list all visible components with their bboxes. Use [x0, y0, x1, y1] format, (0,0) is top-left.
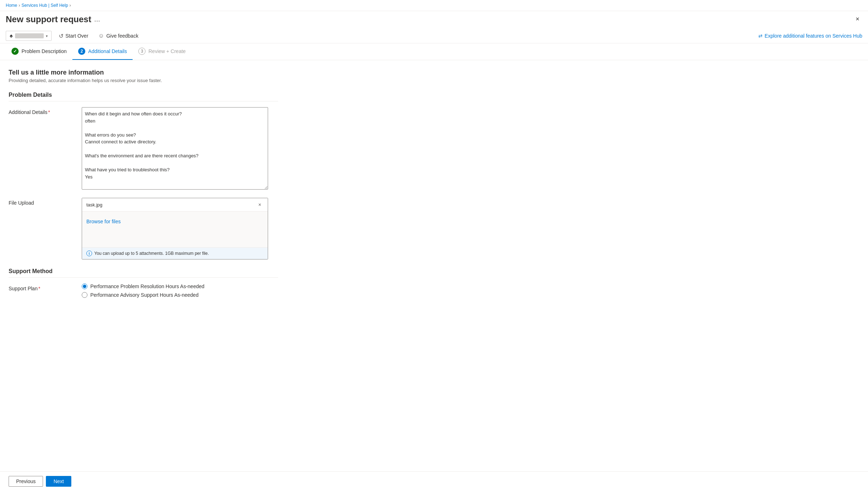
support-plan-required: *: [38, 286, 40, 291]
toolbar-right: ⇄ Explore additional features on Service…: [758, 33, 862, 39]
section-title: Tell us a little more information: [9, 69, 278, 76]
give-feedback-button[interactable]: ☺ Give feedback: [95, 31, 141, 40]
breadcrumb-sep-1: ›: [19, 3, 20, 8]
support-method-section: Support Method Support Plan* Performance…: [9, 268, 278, 301]
file-upload-row: File Upload task.jpg × Browse for files …: [9, 198, 278, 259]
explore-link[interactable]: ⇄ Explore additional features on Service…: [758, 33, 862, 39]
section-subtitle: Providing detailed, accurate information…: [9, 78, 278, 83]
additional-details-field: [82, 107, 278, 191]
wizard-steps: ✓ Problem Description 2 Additional Detai…: [0, 43, 868, 60]
step-additional-details[interactable]: 2 Additional Details: [72, 43, 133, 60]
feedback-icon: ☺: [98, 33, 104, 39]
previous-button[interactable]: Previous: [9, 476, 43, 487]
start-over-button[interactable]: ↺ Start Over: [56, 31, 91, 41]
breadcrumb-sep-2: ›: [70, 3, 71, 8]
org-text-placeholder: [15, 33, 44, 38]
explore-icon: ⇄: [758, 33, 763, 39]
support-method-heading: Support Method: [9, 268, 278, 278]
refresh-icon: ↺: [59, 33, 63, 39]
problem-details-heading: Problem Details: [9, 92, 278, 101]
file-upload-label: File Upload: [9, 198, 73, 259]
support-plan-label: Support Plan*: [9, 283, 73, 301]
file-upload-field: task.jpg × Browse for files i You can up…: [82, 198, 278, 259]
browse-link[interactable]: Browse for files: [86, 219, 121, 224]
main-content: Tell us a little more information Provid…: [0, 60, 287, 337]
step-2-circle: 2: [78, 48, 85, 55]
breadcrumb: Home › Services Hub | Self Help ›: [6, 3, 71, 8]
file-upload-box: task.jpg × Browse for files i You can up…: [82, 198, 268, 259]
chevron-down-icon: ▾: [46, 34, 48, 38]
bottom-bar: Previous Next: [0, 471, 868, 491]
give-feedback-label: Give feedback: [106, 33, 139, 39]
file-name: task.jpg: [86, 202, 102, 208]
page-title: New support request: [6, 14, 91, 24]
radio-opt2-label[interactable]: Performance Advisory Support Hours As-ne…: [90, 292, 199, 298]
step-1-circle: ✓: [11, 48, 19, 55]
file-remove-button[interactable]: ×: [256, 201, 263, 208]
explore-label: Explore additional features on Services …: [765, 33, 862, 39]
next-button[interactable]: Next: [46, 476, 71, 487]
required-marker: *: [48, 109, 50, 115]
step-3-label: Review + Create: [148, 48, 186, 54]
step-3-circle: 3: [138, 48, 146, 55]
file-drop-area[interactable]: Browse for files: [82, 211, 268, 247]
additional-details-textarea[interactable]: [82, 107, 268, 190]
org-icon: ♠: [10, 33, 13, 39]
toolbar: ♠ ▾ ↺ Start Over ☺ Give feedback ⇄ Explo…: [0, 29, 868, 43]
close-button[interactable]: ×: [853, 14, 862, 24]
toolbar-left: ♠ ▾ ↺ Start Over ☺ Give feedback: [6, 31, 753, 41]
radio-option-1: Performance Problem Resolution Hours As-…: [82, 283, 278, 289]
upload-info-text: You can upload up to 5 attachments. 1GB …: [94, 251, 209, 256]
radio-opt2[interactable]: [82, 292, 87, 298]
step-2-label: Additional Details: [88, 48, 127, 54]
top-bar: Home › Services Hub | Self Help ›: [0, 0, 868, 11]
radio-opt1[interactable]: [82, 283, 87, 289]
upload-info: i You can upload up to 5 attachments. 1G…: [82, 247, 268, 259]
step-1-label: Problem Description: [22, 48, 67, 54]
additional-details-label: Additional Details*: [9, 107, 73, 191]
additional-details-row: Additional Details*: [9, 107, 278, 191]
org-selector[interactable]: ♠ ▾: [6, 31, 52, 41]
page-wrapper: Home › Services Hub | Self Help › New su…: [0, 0, 868, 491]
breadcrumb-home[interactable]: Home: [6, 3, 17, 8]
radio-option-2: Performance Advisory Support Hours As-ne…: [82, 292, 278, 298]
page-dots-menu[interactable]: ...: [94, 15, 100, 23]
start-over-label: Start Over: [66, 33, 89, 39]
support-plan-field: Performance Problem Resolution Hours As-…: [82, 283, 278, 301]
step-review-create[interactable]: 3 Review + Create: [133, 43, 191, 60]
page-header: New support request ... ×: [0, 11, 868, 29]
breadcrumb-hub[interactable]: Services Hub | Self Help: [22, 3, 68, 8]
info-icon: i: [86, 251, 92, 256]
radio-opt1-label[interactable]: Performance Problem Resolution Hours As-…: [90, 283, 204, 289]
support-plan-row: Support Plan* Performance Problem Resolu…: [9, 283, 278, 301]
file-item: task.jpg ×: [82, 198, 268, 211]
step-problem-description[interactable]: ✓ Problem Description: [6, 43, 72, 60]
